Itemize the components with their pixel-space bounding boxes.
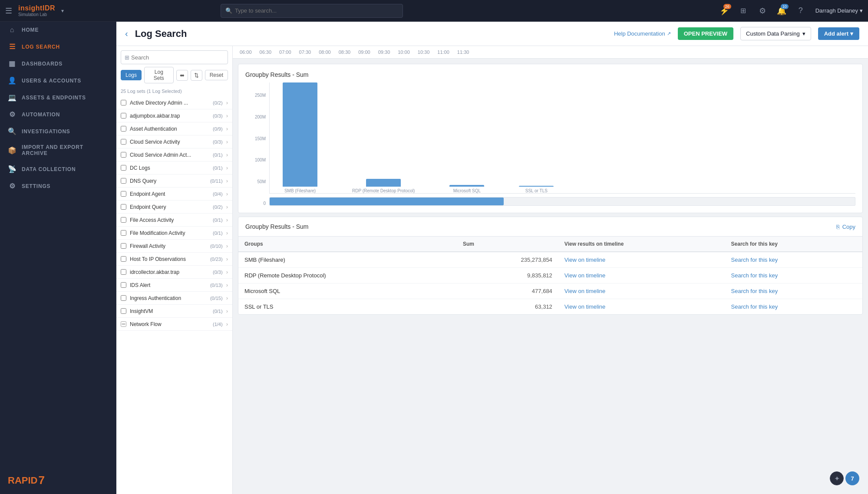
settings-icon-btn[interactable]: ⚙ <box>755 3 770 19</box>
cell-search-key[interactable]: Search for this key <box>725 283 862 299</box>
log-item-checkbox[interactable] <box>121 308 126 314</box>
alert-icon-btn[interactable]: 🔔 10 <box>774 3 789 19</box>
bar[interactable] <box>366 179 401 187</box>
sidebar-item-log-search[interactable]: ☰ LOG SEARCH <box>0 38 116 55</box>
cell-search-key[interactable]: Search for this key <box>725 299 862 315</box>
reset-button[interactable]: Reset <box>205 70 228 80</box>
log-search-box[interactable]: ⊞ <box>121 50 228 64</box>
log-item-chevron-icon[interactable]: › <box>226 256 228 262</box>
log-item-chevron-icon[interactable]: › <box>226 269 228 275</box>
log-item[interactable]: adjumpbox.akbar.trap (0/3) › <box>116 109 232 122</box>
sidebar-item-automation[interactable]: ⚙ AUTOMATION <box>0 106 116 123</box>
global-search[interactable]: 🔍 <box>221 4 403 18</box>
cell-search-key[interactable]: Search for this key <box>725 252 862 268</box>
log-item-checkbox[interactable] <box>121 191 126 197</box>
floating-badge[interactable]: 7 <box>845 471 859 485</box>
log-item-checkbox[interactable] <box>121 100 126 105</box>
log-item-chevron-icon[interactable]: › <box>226 217 228 223</box>
filter-icon-button[interactable]: ⬌ <box>176 70 188 81</box>
sort-icon-button[interactable]: ⇅ <box>191 70 202 81</box>
log-item[interactable]: Network Flow (1/4) › <box>116 318 232 331</box>
cell-view-timeline[interactable]: View on timeline <box>558 299 725 315</box>
cell-view-timeline[interactable]: View on timeline <box>558 252 725 268</box>
log-item-checkbox[interactable] <box>121 269 126 275</box>
log-item[interactable]: Endpoint Query (0/2) › <box>116 201 232 214</box>
log-item[interactable]: Asset Authentication (0/9) › <box>116 122 232 135</box>
user-menu[interactable]: Darragh Delaney ▾ <box>815 7 863 14</box>
log-item-checkbox[interactable] <box>121 165 126 171</box>
chart-scrollbar[interactable] <box>269 197 855 206</box>
sidebar-item-assets-endpoints[interactable]: 💻 ASSETS & ENDPOINTS <box>0 89 116 106</box>
view-timeline-link[interactable]: View on timeline <box>564 288 605 294</box>
search-key-link[interactable]: Search for this key <box>731 288 778 294</box>
sidebar-item-dashboards[interactable]: ▦ DASHBOARDS <box>0 55 116 72</box>
log-item-checkbox[interactable] <box>121 126 126 132</box>
log-item[interactable]: File Modification Activity (0/1) › <box>116 227 232 240</box>
log-item-checkbox[interactable] <box>121 178 126 184</box>
sidebar-item-settings[interactable]: ⚙ SETTINGS <box>0 178 116 194</box>
sidebar-item-import-export[interactable]: 📦 IMPORT AND EXPORT ARCHIVE <box>0 140 116 161</box>
floating-settings-button[interactable]: ✦ <box>830 471 844 485</box>
log-item-chevron-icon[interactable]: › <box>226 191 228 197</box>
sidebar-item-data-collection[interactable]: 📡 DATA COLLECTION <box>0 161 116 178</box>
open-preview-button[interactable]: OPEN PREVIEW <box>678 27 733 40</box>
log-item[interactable]: Endpoint Agent (0/4) › <box>116 188 232 201</box>
log-item-chevron-icon[interactable]: › <box>226 230 228 236</box>
cell-view-timeline[interactable]: View on timeline <box>558 268 725 283</box>
log-item-checkbox[interactable] <box>121 256 126 262</box>
sidebar-item-home[interactable]: ⌂ HOME <box>0 22 116 38</box>
search-key-link[interactable]: Search for this key <box>731 303 778 310</box>
sidebar-item-users-accounts[interactable]: 👤 USERS & ACCOUNTS <box>0 72 116 89</box>
hamburger-icon[interactable]: ☰ <box>5 6 12 16</box>
copy-button[interactable]: ⎘ Copy <box>836 224 855 230</box>
view-timeline-link[interactable]: View on timeline <box>564 303 605 310</box>
custom-data-parsing-button[interactable]: Custom Data Parsing ▾ <box>740 27 811 40</box>
log-item-checkbox[interactable] <box>121 152 126 158</box>
help-icon-btn[interactable]: ? <box>793 3 809 19</box>
add-alert-button[interactable]: Add alert ▾ <box>818 27 859 40</box>
bar-group[interactable]: SMB (Fileshare) <box>283 82 317 193</box>
log-item-checkbox[interactable] <box>121 243 126 249</box>
log-item-checkbox[interactable] <box>121 282 126 288</box>
log-item-chevron-icon[interactable]: › <box>226 295 228 301</box>
bar[interactable] <box>449 185 484 187</box>
log-item-checkbox[interactable] <box>121 204 126 210</box>
help-documentation-link[interactable]: Help Documentation ↗ <box>614 30 671 37</box>
log-item-checkbox[interactable] <box>121 217 126 223</box>
search-key-link[interactable]: Search for this key <box>731 257 778 263</box>
brand-chevron-icon[interactable]: ▾ <box>61 8 64 14</box>
global-search-input[interactable] <box>235 7 398 14</box>
log-item-chevron-icon[interactable]: › <box>226 282 228 288</box>
log-item-checkbox[interactable] <box>121 113 126 119</box>
log-item-chevron-icon[interactable]: › <box>226 165 228 171</box>
log-item-chevron-icon[interactable]: › <box>226 112 228 119</box>
bar[interactable] <box>519 186 554 187</box>
bar-group[interactable]: Microsoft SQL <box>449 185 484 193</box>
log-search-input[interactable] <box>131 54 224 61</box>
bar-group[interactable]: RDP (Remote Desktop Protocol) <box>352 179 415 193</box>
search-key-link[interactable]: Search for this key <box>731 272 778 279</box>
log-item-checkbox[interactable] <box>121 230 126 236</box>
log-item-checkbox[interactable] <box>121 139 126 145</box>
bar[interactable] <box>283 82 317 187</box>
cell-search-key[interactable]: Search for this key <box>725 268 862 283</box>
logs-filter-button[interactable]: Logs <box>121 70 142 80</box>
bar-group[interactable]: SSL or TLS <box>519 186 554 193</box>
log-item[interactable]: Host To IP Observations (0/23) › <box>116 253 232 266</box>
log-item-checkbox[interactable] <box>121 321 126 327</box>
chart-scrollbar-thumb[interactable] <box>270 198 504 205</box>
lightning-icon-btn[interactable]: ⚡ 26 <box>716 3 732 19</box>
log-item[interactable]: Cloud Service Admin Act... (0/1) › <box>116 148 232 161</box>
log-item-chevron-icon[interactable]: › <box>226 308 228 314</box>
log-item[interactable]: DC Logs (0/1) › <box>116 161 232 175</box>
view-timeline-link[interactable]: View on timeline <box>564 257 605 263</box>
log-item-chevron-icon[interactable]: › <box>226 204 228 210</box>
log-item[interactable]: IDS Alert (0/13) › <box>116 279 232 292</box>
back-button[interactable]: ‹ <box>125 29 128 39</box>
log-item-chevron-icon[interactable]: › <box>226 151 228 158</box>
log-item[interactable]: Ingress Authentication (0/15) › <box>116 292 232 305</box>
log-item[interactable]: InsightVM (0/1) › <box>116 305 232 318</box>
log-item[interactable]: idrcollector.akbar.trap (0/3) › <box>116 266 232 279</box>
log-item-chevron-icon[interactable]: › <box>226 138 228 145</box>
log-item[interactable]: Active Directory Admin ... (0/2) › <box>116 96 232 109</box>
